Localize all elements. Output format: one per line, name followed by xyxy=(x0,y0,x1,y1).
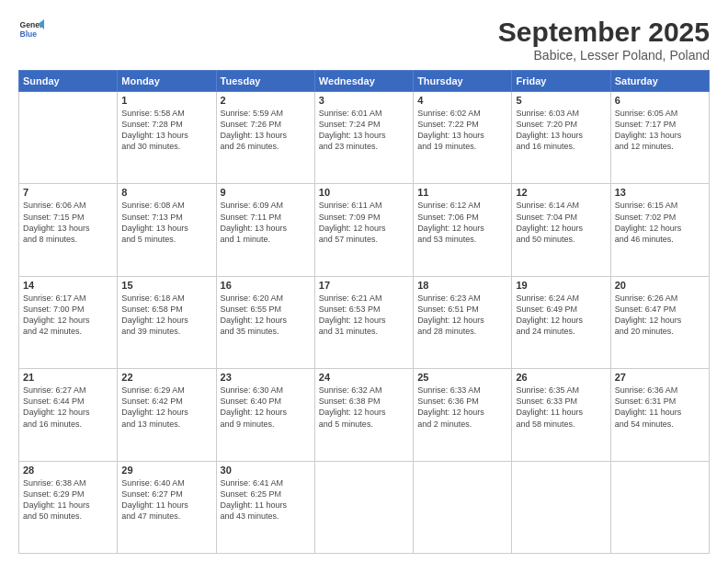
calendar-cell: 28Sunrise: 6:38 AM Sunset: 6:29 PM Dayli… xyxy=(19,461,118,553)
calendar-cell: 8Sunrise: 6:08 AM Sunset: 7:13 PM Daylig… xyxy=(118,184,216,276)
day-info: Sunrise: 6:11 AM Sunset: 7:09 PM Dayligh… xyxy=(319,200,409,245)
calendar-header-monday: Monday xyxy=(118,71,216,92)
day-number: 6 xyxy=(615,95,705,106)
day-info: Sunrise: 6:02 AM Sunset: 7:22 PM Dayligh… xyxy=(417,108,507,153)
day-info: Sunrise: 6:40 AM Sunset: 6:27 PM Dayligh… xyxy=(121,477,211,523)
calendar-cell: 13Sunrise: 6:15 AM Sunset: 7:02 PM Dayli… xyxy=(610,184,709,276)
calendar-header-sunday: Sunday xyxy=(19,71,118,92)
calendar-cell xyxy=(314,461,413,553)
day-number: 7 xyxy=(23,187,113,198)
day-number: 2 xyxy=(221,95,311,106)
day-number: 21 xyxy=(23,372,113,383)
day-info: Sunrise: 6:30 AM Sunset: 6:40 PM Dayligh… xyxy=(221,385,311,430)
calendar-header-thursday: Thursday xyxy=(414,71,512,92)
day-number: 3 xyxy=(319,95,409,106)
logo-icon: General Blue xyxy=(18,17,44,42)
day-number: 9 xyxy=(221,187,311,198)
day-info: Sunrise: 6:09 AM Sunset: 7:11 PM Dayligh… xyxy=(221,200,311,245)
calendar-cell xyxy=(512,461,610,553)
day-number: 1 xyxy=(121,95,211,106)
day-info: Sunrise: 6:35 AM Sunset: 6:33 PM Dayligh… xyxy=(516,385,606,430)
calendar-cell xyxy=(414,461,512,553)
calendar-cell: 1Sunrise: 5:58 AM Sunset: 7:28 PM Daylig… xyxy=(118,92,216,184)
calendar-cell: 29Sunrise: 6:40 AM Sunset: 6:27 PM Dayli… xyxy=(118,461,216,553)
calendar-cell: 6Sunrise: 6:05 AM Sunset: 7:17 PM Daylig… xyxy=(610,92,709,184)
calendar-cell: 10Sunrise: 6:11 AM Sunset: 7:09 PM Dayli… xyxy=(314,184,413,276)
day-number: 17 xyxy=(319,280,409,291)
day-info: Sunrise: 6:29 AM Sunset: 6:42 PM Dayligh… xyxy=(121,385,211,430)
calendar-cell: 23Sunrise: 6:30 AM Sunset: 6:40 PM Dayli… xyxy=(216,369,314,461)
day-info: Sunrise: 6:08 AM Sunset: 7:13 PM Dayligh… xyxy=(121,200,211,245)
calendar-header-friday: Friday xyxy=(512,71,610,92)
logo: General Blue xyxy=(18,17,44,42)
day-info: Sunrise: 6:20 AM Sunset: 6:55 PM Dayligh… xyxy=(221,293,311,338)
calendar-cell: 27Sunrise: 6:36 AM Sunset: 6:31 PM Dayli… xyxy=(610,369,709,461)
day-number: 29 xyxy=(121,465,211,476)
calendar-cell: 21Sunrise: 6:27 AM Sunset: 6:44 PM Dayli… xyxy=(19,369,118,461)
day-number: 30 xyxy=(221,465,311,476)
day-number: 22 xyxy=(121,372,211,383)
calendar-header-tuesday: Tuesday xyxy=(216,71,314,92)
calendar-cell: 17Sunrise: 6:21 AM Sunset: 6:53 PM Dayli… xyxy=(314,276,413,368)
day-number: 16 xyxy=(221,280,311,291)
day-number: 28 xyxy=(23,465,113,476)
calendar-cell: 3Sunrise: 6:01 AM Sunset: 7:24 PM Daylig… xyxy=(314,92,413,184)
day-number: 13 xyxy=(615,187,705,198)
calendar-week-2: 7Sunrise: 6:06 AM Sunset: 7:15 PM Daylig… xyxy=(19,184,710,276)
day-info: Sunrise: 5:59 AM Sunset: 7:26 PM Dayligh… xyxy=(221,108,311,153)
page: General Blue September 2025 Babice, Less… xyxy=(0,0,728,563)
calendar-week-4: 21Sunrise: 6:27 AM Sunset: 6:44 PM Dayli… xyxy=(19,369,710,461)
calendar-cell: 12Sunrise: 6:14 AM Sunset: 7:04 PM Dayli… xyxy=(512,184,610,276)
calendar-cell: 24Sunrise: 6:32 AM Sunset: 6:38 PM Dayli… xyxy=(314,369,413,461)
calendar-cell: 30Sunrise: 6:41 AM Sunset: 6:25 PM Dayli… xyxy=(216,461,314,553)
day-number: 23 xyxy=(221,372,311,383)
calendar-week-3: 14Sunrise: 6:17 AM Sunset: 7:00 PM Dayli… xyxy=(19,276,710,368)
day-info: Sunrise: 6:01 AM Sunset: 7:24 PM Dayligh… xyxy=(319,108,409,153)
calendar-cell: 14Sunrise: 6:17 AM Sunset: 7:00 PM Dayli… xyxy=(19,276,118,368)
calendar-cell: 5Sunrise: 6:03 AM Sunset: 7:20 PM Daylig… xyxy=(512,92,610,184)
title-block: September 2025 Babice, Lesser Poland, Po… xyxy=(498,17,710,63)
day-number: 24 xyxy=(319,372,409,383)
day-number: 11 xyxy=(417,187,507,198)
calendar-cell: 25Sunrise: 6:33 AM Sunset: 6:36 PM Dayli… xyxy=(414,369,512,461)
day-info: Sunrise: 6:38 AM Sunset: 6:29 PM Dayligh… xyxy=(23,477,113,523)
day-info: Sunrise: 6:21 AM Sunset: 6:53 PM Dayligh… xyxy=(319,293,409,338)
calendar-cell: 15Sunrise: 6:18 AM Sunset: 6:58 PM Dayli… xyxy=(118,276,216,368)
calendar-cell: 19Sunrise: 6:24 AM Sunset: 6:49 PM Dayli… xyxy=(512,276,610,368)
day-number: 4 xyxy=(417,95,507,106)
day-info: Sunrise: 6:03 AM Sunset: 7:20 PM Dayligh… xyxy=(516,108,606,153)
day-number: 18 xyxy=(417,280,507,291)
day-info: Sunrise: 6:41 AM Sunset: 6:25 PM Dayligh… xyxy=(221,477,311,523)
calendar-cell: 18Sunrise: 6:23 AM Sunset: 6:51 PM Dayli… xyxy=(414,276,512,368)
day-info: Sunrise: 5:58 AM Sunset: 7:28 PM Dayligh… xyxy=(121,108,211,153)
svg-text:Blue: Blue xyxy=(20,29,38,39)
calendar-cell: 9Sunrise: 6:09 AM Sunset: 7:11 PM Daylig… xyxy=(216,184,314,276)
day-number: 19 xyxy=(516,280,606,291)
calendar-cell: 4Sunrise: 6:02 AM Sunset: 7:22 PM Daylig… xyxy=(414,92,512,184)
day-number: 27 xyxy=(615,372,705,383)
day-info: Sunrise: 6:18 AM Sunset: 6:58 PM Dayligh… xyxy=(121,293,211,338)
calendar-cell: 22Sunrise: 6:29 AM Sunset: 6:42 PM Dayli… xyxy=(118,369,216,461)
day-number: 20 xyxy=(615,280,705,291)
calendar-cell: 26Sunrise: 6:35 AM Sunset: 6:33 PM Dayli… xyxy=(512,369,610,461)
day-info: Sunrise: 6:23 AM Sunset: 6:51 PM Dayligh… xyxy=(417,293,507,338)
header: General Blue September 2025 Babice, Less… xyxy=(18,17,710,63)
day-info: Sunrise: 6:32 AM Sunset: 6:38 PM Dayligh… xyxy=(319,385,409,430)
calendar-header-row: SundayMondayTuesdayWednesdayThursdayFrid… xyxy=(19,71,710,92)
subtitle: Babice, Lesser Poland, Poland xyxy=(498,48,710,63)
day-info: Sunrise: 6:14 AM Sunset: 7:04 PM Dayligh… xyxy=(516,200,606,245)
day-info: Sunrise: 6:17 AM Sunset: 7:00 PM Dayligh… xyxy=(23,293,113,338)
day-info: Sunrise: 6:36 AM Sunset: 6:31 PM Dayligh… xyxy=(615,385,705,430)
calendar-cell: 2Sunrise: 5:59 AM Sunset: 7:26 PM Daylig… xyxy=(216,92,314,184)
day-number: 25 xyxy=(417,372,507,383)
day-number: 12 xyxy=(516,187,606,198)
day-info: Sunrise: 6:12 AM Sunset: 7:06 PM Dayligh… xyxy=(417,200,507,245)
calendar-cell: 16Sunrise: 6:20 AM Sunset: 6:55 PM Dayli… xyxy=(216,276,314,368)
day-number: 15 xyxy=(121,280,211,291)
calendar-cell: 7Sunrise: 6:06 AM Sunset: 7:15 PM Daylig… xyxy=(19,184,118,276)
calendar-week-5: 28Sunrise: 6:38 AM Sunset: 6:29 PM Dayli… xyxy=(19,461,710,553)
main-title: September 2025 xyxy=(498,17,710,48)
day-info: Sunrise: 6:27 AM Sunset: 6:44 PM Dayligh… xyxy=(23,385,113,430)
calendar-header-wednesday: Wednesday xyxy=(314,71,413,92)
day-info: Sunrise: 6:26 AM Sunset: 6:47 PM Dayligh… xyxy=(615,293,705,338)
